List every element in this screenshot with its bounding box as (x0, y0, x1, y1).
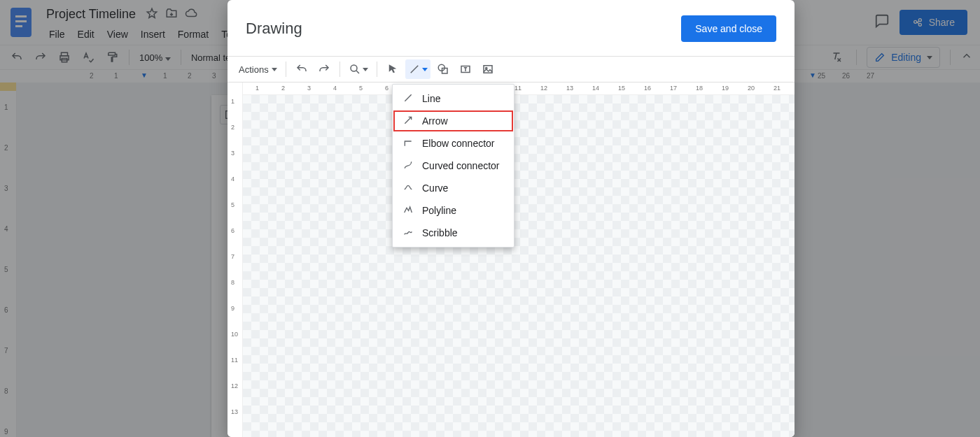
line-type-menu: LineArrowElbow connectorCurved connector… (392, 84, 514, 248)
undo-icon[interactable] (292, 59, 312, 79)
image-tool-icon[interactable] (478, 59, 498, 79)
curve-icon (402, 182, 414, 195)
line-menu-item-arrow[interactable]: Arrow (393, 110, 514, 132)
polyline-icon (402, 204, 414, 217)
scribble-icon (402, 227, 414, 240)
actions-menu[interactable]: Actions (236, 59, 280, 79)
chevron-down-icon (363, 68, 368, 71)
redo-icon[interactable] (314, 59, 334, 79)
line-menu-item-label: Arrow (422, 115, 448, 127)
drawing-canvas[interactable] (243, 95, 794, 437)
svg-line-21 (405, 117, 411, 123)
shape-tool-icon[interactable] (433, 59, 453, 79)
dialog-header: Drawing Save and close (227, 0, 794, 56)
svg-point-12 (351, 65, 357, 71)
chevron-down-icon (422, 68, 428, 71)
line-menu-item-line[interactable]: Line (393, 87, 514, 110)
select-tool-icon[interactable] (383, 59, 402, 79)
line-menu-item-elbow[interactable]: Elbow connector (393, 132, 514, 155)
dialog-title: Drawing (246, 20, 302, 38)
textbox-tool-icon[interactable] (456, 59, 475, 79)
line-tool-button[interactable] (405, 59, 430, 79)
line-menu-item-curved[interactable]: Curved connector (393, 155, 514, 177)
save-and-close-button[interactable]: Save and close (681, 15, 776, 42)
line-menu-item-label: Curved connector (422, 160, 500, 171)
svg-line-20 (405, 94, 411, 101)
svg-line-13 (356, 71, 359, 73)
drawing-toolbar: Actions (227, 56, 794, 83)
arrow-icon (402, 115, 414, 128)
svg-line-14 (410, 66, 418, 73)
line-menu-item-polyline[interactable]: Polyline (393, 199, 514, 222)
line-menu-item-label: Curve (422, 182, 448, 194)
drawing-horizontal-ruler: 123456789101112131415161718192021 (243, 83, 794, 95)
chevron-down-icon (272, 68, 277, 71)
line-menu-item-label: Polyline (422, 205, 456, 216)
drawing-vertical-ruler: 12345678910111213 (227, 83, 243, 437)
line-menu-item-scribble[interactable]: Scribble (393, 222, 514, 244)
elbow-icon (402, 137, 414, 150)
zoom-menu[interactable] (346, 59, 371, 79)
line-menu-item-label: Line (422, 93, 440, 104)
curved-icon (402, 159, 414, 173)
svg-rect-18 (484, 66, 492, 73)
line-menu-item-label: Elbow connector (422, 138, 495, 149)
line-menu-item-curve[interactable]: Curve (393, 177, 514, 199)
line-menu-item-label: Scribble (422, 227, 458, 238)
line-icon (402, 92, 414, 106)
